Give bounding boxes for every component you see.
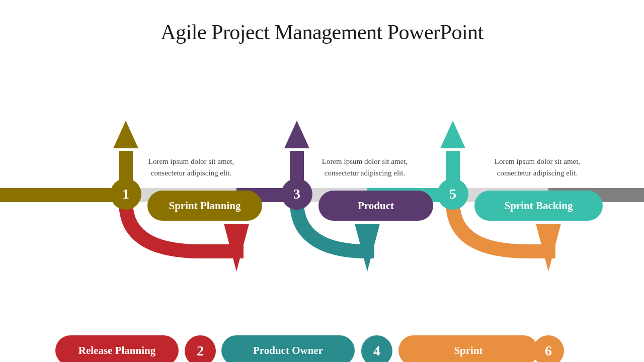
- slide-title: Agile Project Management PowerPoint: [0, 0, 644, 44]
- pill-product-owner: Product Owner: [221, 335, 355, 362]
- snake-svg: [0, 70, 644, 302]
- badge-2: 2: [185, 335, 216, 362]
- pill-sprint-backing: Sprint Backing: [474, 191, 603, 221]
- arrowhead-5: [440, 121, 465, 148]
- pill-product: Product: [318, 191, 433, 221]
- pill-sprint: Sprint: [398, 335, 538, 362]
- badge-5: 5: [437, 178, 468, 210]
- desc-5: Lorem ipsum dolor sit amet, consectetur …: [487, 156, 588, 178]
- desc-3: Lorem ipsum dolor sit amet, consectetur …: [314, 156, 415, 178]
- pill-sprint-planning: Sprint Planning: [147, 191, 262, 221]
- slide: Agile Project Management PowerPoint: [0, 0, 644, 362]
- arrowhead-3: [284, 121, 309, 148]
- arrowhead-1: [113, 121, 138, 148]
- pill-release-planning: Release Planning: [55, 335, 179, 362]
- diagram-container: 1 Sprint Planning Lorem ipsum dolor sit …: [0, 70, 644, 302]
- badge-4: 4: [361, 335, 392, 362]
- badge-1: 1: [110, 178, 141, 210]
- badge-3: 3: [281, 178, 312, 210]
- path-1: [0, 151, 126, 195]
- badge-6: 6: [533, 335, 564, 362]
- desc-1: Lorem ipsum dolor sit amet, consectetur …: [141, 156, 242, 178]
